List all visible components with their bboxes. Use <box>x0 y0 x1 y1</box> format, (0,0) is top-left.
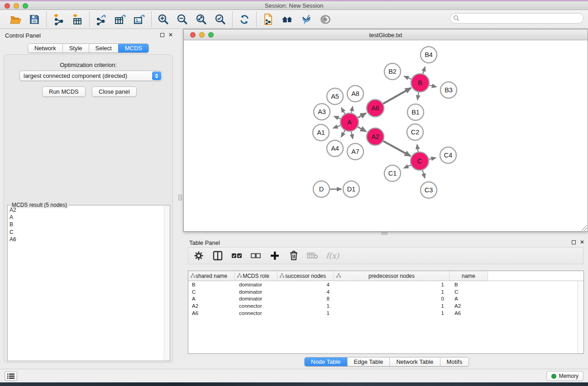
close-panel-icon[interactable]: ✕ <box>168 33 173 37</box>
graph-node-C4[interactable]: C4 <box>440 147 456 163</box>
resize-grip-icon[interactable] <box>582 225 587 231</box>
refresh-icon[interactable] <box>238 13 251 26</box>
add-column-icon[interactable] <box>269 250 281 262</box>
graph-edge-A-A4[interactable] <box>341 130 345 137</box>
show-hide-icon[interactable] <box>319 13 332 26</box>
deselect-all-icon[interactable] <box>250 250 262 262</box>
graph-edge-A2-C[interactable] <box>383 141 411 156</box>
zoom-selected-icon[interactable] <box>214 13 227 26</box>
network-canvas[interactable]: B4B2BB3A5A8A6A3B1AA1C2A2A4A7C4CC1C3DD1 <box>184 40 588 231</box>
mcds-result-item[interactable]: C <box>8 229 164 236</box>
zoom-fit-icon[interactable] <box>195 13 208 26</box>
clone-network-icon[interactable] <box>262 13 275 26</box>
task-history-button[interactable] <box>5 372 17 381</box>
criterion-select[interactable]: largest connected component (directed) <box>19 71 162 81</box>
column-header-shared-name[interactable]: shared name <box>188 271 235 281</box>
graph-node-B[interactable]: B <box>411 74 429 92</box>
search-input[interactable] <box>460 14 583 23</box>
run-mcds-button[interactable]: Run MCDS <box>42 86 86 97</box>
graph-node-A5[interactable]: A5 <box>327 88 343 105</box>
mcds-result-item[interactable]: B <box>8 221 164 228</box>
mcds-result-list[interactable]: A2ABCA6 <box>8 206 164 361</box>
float-panel-icon[interactable] <box>160 33 164 37</box>
table-row[interactable]: Cdominator41C <box>188 288 583 295</box>
tab-motifs[interactable]: Motifs <box>440 357 469 366</box>
select-all-icon[interactable] <box>231 250 243 262</box>
vertical-divider-handle[interactable] <box>178 195 182 200</box>
column-header-successor-nodes[interactable]: successor nodes <box>277 271 334 281</box>
split-columns-icon[interactable] <box>212 250 224 262</box>
column-header-MCDS-role[interactable]: MCDS role <box>235 271 277 281</box>
tab-node-table[interactable]: Node Table <box>305 357 347 366</box>
graph-edge-C-C4[interactable] <box>429 158 436 159</box>
float-table-panel-icon[interactable] <box>572 240 576 244</box>
zoom-out-icon[interactable] <box>176 13 189 26</box>
graph-node-A8[interactable]: A8 <box>347 86 363 102</box>
graph-node-A6[interactable]: A6 <box>367 100 384 117</box>
column-header-name[interactable]: name <box>449 271 488 281</box>
graph-edge-A-A7[interactable] <box>351 132 353 139</box>
graph-edge-A-A5[interactable] <box>341 108 345 114</box>
column-header-predecessor-nodes[interactable]: predecessor nodes <box>334 271 449 281</box>
memory-button[interactable]: Memory <box>546 371 583 381</box>
export-table-icon[interactable] <box>114 13 127 26</box>
tab-mcds[interactable]: MCDS <box>118 44 148 52</box>
graph-node-B3[interactable]: B3 <box>440 82 457 98</box>
graph-edge-A-A3[interactable] <box>334 116 340 119</box>
graph-node-C1[interactable]: C1 <box>384 165 401 181</box>
tab-style[interactable]: Style <box>62 44 89 52</box>
mcds-result-item[interactable]: A2 <box>8 206 164 214</box>
graph-node-C3[interactable]: C3 <box>421 182 437 198</box>
graph-node-D1[interactable]: D1 <box>343 181 359 197</box>
table-row[interactable]: Bdominator41B <box>188 281 583 288</box>
graphics-details-icon[interactable] <box>300 13 313 26</box>
close-panel-button[interactable]: Close panel <box>92 86 137 97</box>
graph-node-C2[interactable]: C2 <box>407 124 423 140</box>
table-row[interactable]: A6connector11A6 <box>188 310 583 317</box>
save-session-icon[interactable] <box>28 13 41 26</box>
graph-edge-A-A6[interactable] <box>358 113 366 118</box>
graph-node-A7[interactable]: A7 <box>347 143 363 160</box>
list-scrollbar[interactable] <box>164 205 170 361</box>
graph-edge-C-C1[interactable] <box>404 165 411 168</box>
graph-node-A4[interactable]: A4 <box>327 140 343 157</box>
mcds-result-item[interactable]: A <box>8 214 164 221</box>
graph-edge-A-A1[interactable] <box>333 125 340 128</box>
graph-node-B4[interactable]: B4 <box>421 47 437 63</box>
tab-edge-table[interactable]: Edge Table <box>347 357 390 366</box>
graph-node-B1[interactable]: B1 <box>407 104 424 120</box>
graph-edge-A-A8[interactable] <box>351 106 353 113</box>
graph-edge-B-B3[interactable] <box>429 85 436 87</box>
graph-edge-B-B4[interactable] <box>423 67 425 74</box>
graph-edge-B-B2[interactable] <box>404 76 411 79</box>
mcds-result-item[interactable]: A6 <box>8 236 164 243</box>
graph-node-A1[interactable]: A1 <box>313 124 329 141</box>
table-row[interactable]: Adominator80A <box>188 295 583 302</box>
graph-node-A2[interactable]: A2 <box>367 128 384 145</box>
graph-edge-A6-B[interactable] <box>383 88 411 104</box>
home-view-icon[interactable] <box>281 13 294 26</box>
zoom-in-icon[interactable] <box>157 13 170 26</box>
import-network-icon[interactable] <box>52 13 65 26</box>
graph-edge-B-B1[interactable] <box>417 92 419 100</box>
horizontal-divider-handle[interactable] <box>382 232 387 235</box>
settings-gear-icon[interactable] <box>193 250 205 262</box>
export-image-icon[interactable] <box>133 13 146 26</box>
tab-select[interactable]: Select <box>89 44 118 52</box>
import-table-icon[interactable] <box>71 13 84 26</box>
tab-network-table[interactable]: Network Table <box>389 357 440 366</box>
graph-edge-C-C2[interactable] <box>417 145 418 152</box>
graph-edge-A-A2[interactable] <box>358 127 366 131</box>
graph-node-C[interactable]: C <box>411 152 429 170</box>
table-row[interactable]: A2connector11A2 <box>188 302 583 310</box>
graph-node-D[interactable]: D <box>313 181 330 197</box>
graph-node-A[interactable]: A <box>340 113 359 131</box>
delete-column-icon[interactable] <box>288 250 300 262</box>
graph-node-A3[interactable]: A3 <box>314 104 330 120</box>
export-network-icon[interactable] <box>95 13 108 26</box>
open-session-icon[interactable] <box>9 13 22 26</box>
graph-edge-C-C3[interactable] <box>422 170 425 178</box>
close-table-panel-icon[interactable]: ✕ <box>580 240 584 244</box>
tab-network[interactable]: Network <box>28 44 62 52</box>
graph-node-B2[interactable]: B2 <box>384 63 401 80</box>
